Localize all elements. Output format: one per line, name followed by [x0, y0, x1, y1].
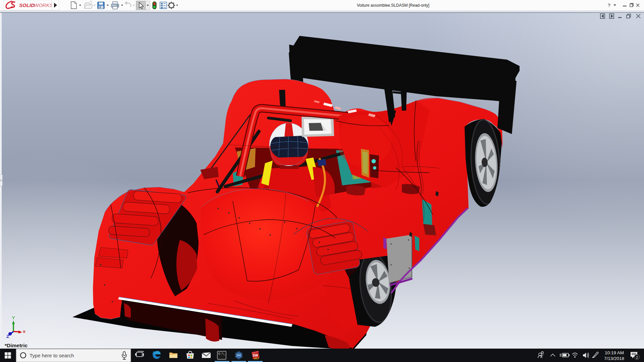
svg-text:Voiture assomblee.SLDASM [Read: Voiture assomblee.SLDASM [Read-only] [357, 3, 429, 8]
svg-text:2: 2 [636, 355, 638, 359]
svg-text:?: ? [608, 3, 610, 8]
svg-text:WORKS: WORKS [34, 2, 53, 8]
svg-text:SOLID: SOLID [19, 2, 35, 8]
svg-text:7/13/2018: 7/13/2018 [604, 356, 624, 361]
svg-text:10:19 AM: 10:19 AM [605, 350, 624, 355]
svg-text:C:\_: C:\_ [218, 352, 226, 356]
svg-text:SW: SW [253, 354, 258, 357]
svg-text:2017: 2017 [254, 357, 259, 360]
svg-text:*Dimetric: *Dimetric [5, 343, 28, 348]
svg-text:Type here to search: Type here to search [30, 353, 74, 358]
